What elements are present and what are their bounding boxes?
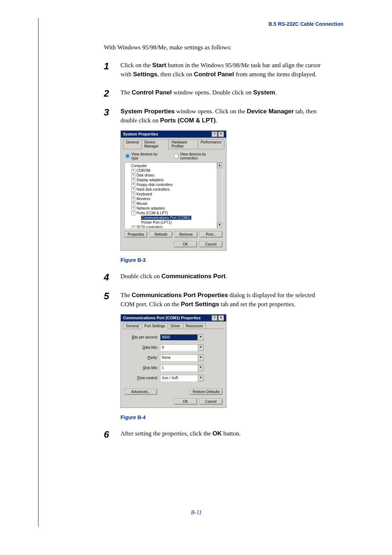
tab-hardware-profiles[interactable]: Hardware Profiles: [168, 139, 198, 149]
bold: Communications Port Properties: [132, 292, 228, 299]
device-tree[interactable]: Computer +CDROM +Disk drives +Display ad…: [124, 162, 222, 228]
text: tab and set the port properties.: [219, 301, 295, 308]
tree-item[interactable]: Display adapters: [136, 178, 163, 182]
field-stop-bits: Stop bits: 1 ▼: [124, 365, 222, 371]
parity-select[interactable]: None ▼: [160, 355, 204, 361]
field-parity: Parity: None ▼: [124, 355, 222, 361]
text: Click on the: [121, 62, 152, 69]
tree-item-com1[interactable]: Communications Port (COM1): [141, 216, 191, 220]
dialog-okcancel: OK Cancel: [124, 241, 222, 247]
button-row: Properties Refresh Remove Print...: [124, 231, 222, 238]
chevron-down-icon[interactable]: ▼: [198, 344, 204, 351]
scrollbar[interactable]: ▲ ▼: [217, 163, 222, 228]
bits-per-second-select[interactable]: 9600 ▼: [160, 334, 204, 341]
chevron-down-icon[interactable]: ▼: [198, 355, 204, 361]
help-icon[interactable]: ?: [212, 315, 217, 321]
step-number: 1: [104, 61, 121, 71]
dialog-titlebar: Communications Port (COM1) Properties ? …: [121, 315, 226, 321]
scroll-down-icon[interactable]: ▼: [217, 223, 222, 228]
scroll-up-icon[interactable]: ▲: [217, 163, 222, 168]
chevron-down-icon[interactable]: ▼: [198, 375, 204, 381]
port-settings-form: BBits per second:its per second: 9600 ▼ …: [121, 329, 226, 387]
step-5: 5 The Communications Port Properties dia…: [104, 291, 354, 309]
restore-defaults-button[interactable]: Restore Defaults: [190, 389, 222, 395]
field-label: Data bits:: [124, 345, 160, 349]
tab-performance[interactable]: Performance: [198, 139, 224, 149]
select-value: 9600: [160, 334, 198, 341]
expand-icon[interactable]: +: [131, 174, 135, 178]
tree-item[interactable]: Hard disk controllers: [136, 187, 170, 191]
field-label: Stop bits:: [124, 366, 160, 370]
text: window opens. Double click on: [172, 89, 253, 96]
expand-icon[interactable]: +: [131, 207, 135, 211]
step-2: 2 The Control Panel window opens. Double…: [104, 88, 354, 98]
cancel-button[interactable]: Cancel: [199, 398, 222, 405]
tab-general[interactable]: General: [123, 323, 142, 329]
tab-general[interactable]: General: [123, 139, 142, 149]
step-text: Click on the Start button in the Windows…: [121, 61, 324, 79]
text: The: [121, 292, 132, 299]
tree-item[interactable]: Mouse: [136, 202, 147, 206]
expand-icon[interactable]: +: [131, 197, 135, 201]
radio-by-connection[interactable]: View devices by connection: [174, 152, 222, 160]
expand-icon[interactable]: +: [131, 193, 135, 197]
remove-button[interactable]: Remove: [175, 231, 197, 238]
step-number: 2: [104, 88, 121, 98]
text: , then click on: [158, 71, 194, 78]
expand-icon[interactable]: +: [131, 188, 135, 192]
flow-control-select[interactable]: Xon / Xoff ▼: [160, 375, 204, 381]
tree-item[interactable]: Floppy disk controllers: [136, 183, 172, 187]
tree-item[interactable]: Keyboard: [136, 192, 152, 196]
close-icon[interactable]: ×: [218, 131, 224, 137]
tree-item[interactable]: CDROM: [136, 169, 150, 173]
page-number: B-11: [38, 509, 354, 516]
radio-by-type[interactable]: View devices by type: [125, 152, 163, 160]
tree-item[interactable]: Monitors: [136, 197, 150, 201]
tab-driver[interactable]: Driver: [168, 323, 183, 329]
select-value: 1: [160, 365, 198, 371]
stop-bits-select[interactable]: 1 ▼: [160, 365, 204, 371]
text: After setting the properties, click the: [121, 430, 213, 437]
chevron-down-icon[interactable]: ▼: [198, 334, 204, 341]
cancel-button[interactable]: Cancel: [199, 241, 222, 247]
figure-caption-b4: Figure B-4: [121, 414, 354, 420]
expand-icon[interactable]: +: [131, 202, 135, 206]
ok-button[interactable]: OK: [174, 398, 197, 405]
step-1: 1 Click on the Start button in the Windo…: [104, 61, 354, 79]
expand-icon[interactable]: +: [131, 183, 135, 187]
data-bits-select[interactable]: 8 ▼: [160, 344, 204, 351]
expand-icon[interactable]: +: [131, 226, 135, 228]
dialog-okcancel: OK Cancel: [124, 398, 222, 405]
tree-item[interactable]: Disk drives: [136, 173, 154, 177]
tree-item-ports[interactable]: Ports (COM & LPT): [136, 211, 168, 215]
tab-device-manager[interactable]: Device Manager: [142, 139, 169, 149]
close-icon[interactable]: ×: [218, 315, 224, 321]
view-mode-radios: View devices by type View devices by con…: [125, 152, 222, 160]
select-value: None: [160, 355, 198, 361]
chevron-down-icon[interactable]: ▼: [198, 365, 204, 371]
bold: Settings: [133, 71, 157, 78]
tree-root[interactable]: Computer: [131, 164, 147, 168]
figure-caption-b3: Figure B-3: [121, 257, 354, 263]
text: window opens. Click on the: [175, 108, 247, 115]
tab-resources[interactable]: Resources: [183, 323, 206, 329]
field-bits-per-second: BBits per second:its per second: 9600 ▼: [124, 334, 222, 341]
properties-button[interactable]: Properties: [124, 231, 147, 238]
tree-item[interactable]: Network adapters: [136, 206, 165, 210]
help-icon[interactable]: ?: [212, 131, 217, 137]
tab-port-settings[interactable]: Port Settings: [142, 323, 168, 329]
print-button[interactable]: Print...: [200, 231, 222, 238]
field-label: Parity:: [124, 356, 160, 360]
text: button.: [222, 430, 241, 437]
collapse-icon[interactable]: −: [131, 211, 135, 215]
tree-item[interactable]: SCSI controllers: [136, 225, 163, 228]
step-text: Double click on Communications Port.: [121, 272, 227, 281]
expand-icon[interactable]: +: [131, 178, 135, 182]
refresh-button[interactable]: Refresh: [150, 231, 172, 238]
expand-icon[interactable]: +: [131, 169, 135, 173]
ok-button[interactable]: OK: [174, 241, 197, 247]
bold: Control Panel: [132, 89, 172, 96]
tree-item-lpt1[interactable]: Printer Port (LPT1): [141, 220, 172, 224]
advanced-button[interactable]: Advanced...: [124, 389, 157, 395]
step-number: 4: [104, 272, 121, 282]
